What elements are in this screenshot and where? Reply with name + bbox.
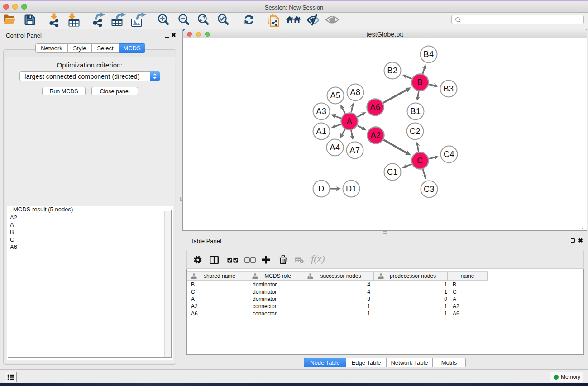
svg-text:B2: B2 — [387, 66, 398, 75]
svg-text:A6: A6 — [370, 103, 381, 112]
svg-text:C2: C2 — [410, 127, 421, 136]
svg-text:C1: C1 — [387, 167, 398, 176]
svg-text:B4: B4 — [424, 50, 434, 59]
svg-text:B: B — [417, 78, 423, 87]
svg-text:A4: A4 — [330, 143, 340, 152]
svg-text:B1: B1 — [411, 107, 421, 116]
svg-text:D1: D1 — [346, 184, 357, 193]
svg-text:A: A — [347, 117, 352, 126]
svg-text:C: C — [417, 156, 423, 165]
svg-text:A3: A3 — [316, 107, 327, 116]
svg-text:A2: A2 — [371, 131, 381, 140]
svg-text:A5: A5 — [330, 91, 341, 100]
svg-text:C4: C4 — [444, 150, 454, 159]
svg-text:C3: C3 — [424, 185, 435, 194]
svg-text:A1: A1 — [316, 127, 327, 136]
svg-text:A8: A8 — [350, 88, 361, 97]
svg-text:B3: B3 — [444, 84, 454, 93]
svg-text:D: D — [318, 184, 324, 193]
svg-text:A7: A7 — [350, 146, 360, 155]
